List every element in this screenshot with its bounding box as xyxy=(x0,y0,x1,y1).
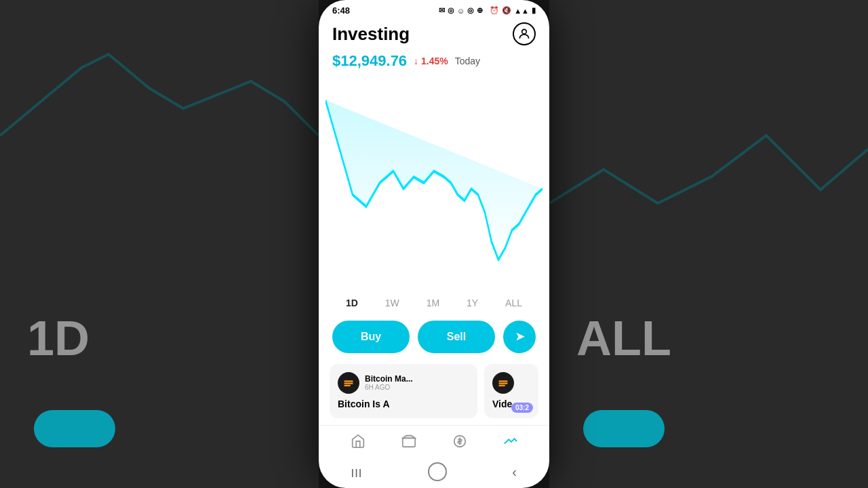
system-menu-label: ||| xyxy=(351,467,363,477)
smile-icon: ☺ xyxy=(457,7,465,15)
svg-rect-6 xyxy=(499,380,508,382)
price-row: $12,949.76 ↓ 1.45% Today xyxy=(319,51,549,77)
system-nav: ||| ‹ xyxy=(319,458,549,488)
buy-button[interactable]: Buy xyxy=(332,321,410,353)
svg-rect-9 xyxy=(402,438,414,447)
svg-rect-3 xyxy=(344,382,353,384)
location-icon: ◎ xyxy=(448,6,454,15)
sell-button[interactable]: Sell xyxy=(418,321,495,353)
system-back[interactable]: ‹ xyxy=(512,464,517,480)
svg-rect-2 xyxy=(344,380,353,382)
price-period: Today xyxy=(455,56,480,66)
send-button[interactable]: ➤ xyxy=(503,321,536,353)
svg-rect-8 xyxy=(499,385,505,386)
news-card-header-2 xyxy=(492,372,530,394)
price-change: ↓ 1.45% xyxy=(414,56,448,66)
svg-rect-7 xyxy=(499,382,508,384)
news-meta-1: Bitcoin Ma... 6H AGO xyxy=(365,374,413,391)
filter-1d[interactable]: 1D xyxy=(340,295,363,311)
news-time-1: 6H AGO xyxy=(365,384,413,391)
bg-right-label: ALL xyxy=(576,310,671,366)
bg-right-panel: ALL xyxy=(549,0,868,488)
nav-investing[interactable] xyxy=(496,431,525,451)
settings-icon: ◎ xyxy=(467,6,474,15)
phone-frame: 6:48 ✉ ◎ ☺ ◎ ⊕ ⏰ 🔇 ▲▲ ▮ Investing $12,94… xyxy=(319,0,549,488)
time-filter: 1D 1W 1M 1Y ALL xyxy=(319,289,549,321)
timer-badge: 03:2 xyxy=(511,403,533,413)
news-section: Bitcoin Ma... 6H AGO Bitcoin Is A Vide xyxy=(319,364,549,425)
page-title: Investing xyxy=(332,24,410,45)
news-title-1: Bitcoin Is A xyxy=(338,398,469,410)
news-card-2[interactable]: Vide 03:2 xyxy=(484,364,538,418)
news-card-header-1: Bitcoin Ma... 6H AGO xyxy=(338,372,469,394)
alarm-icon: ⏰ xyxy=(490,6,499,15)
bottom-nav xyxy=(319,425,549,458)
filter-all[interactable]: ALL xyxy=(500,295,528,311)
bg-right-btn xyxy=(583,410,665,447)
nav-cards[interactable] xyxy=(395,431,423,451)
filter-1m[interactable]: 1M xyxy=(421,295,445,311)
svg-point-0 xyxy=(522,29,527,34)
price-value: $12,949.76 xyxy=(332,52,407,70)
system-menu[interactable]: ||| xyxy=(351,467,363,477)
news-logo-2 xyxy=(492,372,514,394)
signal-icon: ▲▲ xyxy=(514,7,529,15)
header: Investing xyxy=(319,18,549,51)
bg-left-label: 1D xyxy=(27,310,90,366)
email-icon: ✉ xyxy=(439,6,445,15)
nav-cash[interactable] xyxy=(446,431,474,451)
svg-rect-4 xyxy=(344,385,351,386)
status-icons: ✉ ◎ ☺ ◎ ⊕ ⏰ 🔇 ▲▲ ▮ xyxy=(439,6,536,15)
status-time: 6:48 xyxy=(332,5,350,16)
battery-icon: ▮ xyxy=(532,6,536,15)
chart-area xyxy=(319,77,549,289)
bg-left-panel: 1D xyxy=(0,0,319,488)
mute-icon: 🔇 xyxy=(502,6,511,15)
filter-1w[interactable]: 1W xyxy=(380,295,405,311)
avatar-button[interactable] xyxy=(513,22,536,45)
news-card-1[interactable]: Bitcoin Ma... 6H AGO Bitcoin Is A xyxy=(330,364,477,418)
status-bar: 6:48 ✉ ◎ ☺ ◎ ⊕ ⏰ 🔇 ▲▲ ▮ xyxy=(319,0,549,18)
bg-left-btn xyxy=(34,410,115,447)
filter-1y[interactable]: 1Y xyxy=(461,295,484,311)
system-home[interactable] xyxy=(428,462,447,481)
whatsapp-icon: ⊕ xyxy=(477,6,483,15)
news-source-1: Bitcoin Ma... xyxy=(365,374,413,384)
action-buttons: Buy Sell ➤ xyxy=(319,321,549,364)
send-icon: ➤ xyxy=(515,330,524,343)
nav-home[interactable] xyxy=(344,431,372,451)
news-logo-1 xyxy=(338,372,359,394)
